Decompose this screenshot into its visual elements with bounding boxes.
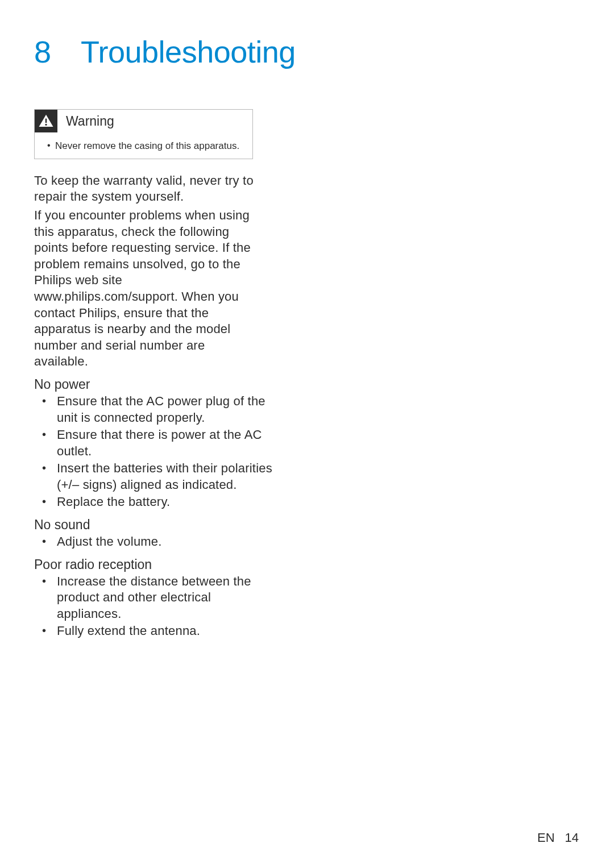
warning-list: Never remove the casing of this apparatu… xyxy=(35,136,252,159)
footer-page-number: 14 xyxy=(565,830,579,845)
list-item: Adjust the volume. xyxy=(34,534,273,550)
warning-item: Never remove the casing of this apparatu… xyxy=(47,139,246,153)
warning-icon xyxy=(35,110,57,132)
intro-paragraph-2: If you encounter problems when using thi… xyxy=(34,207,262,370)
list-item: Ensure that the AC power plug of the uni… xyxy=(34,393,273,426)
list-item: Replace the battery. xyxy=(34,494,273,510)
footer-lang: EN xyxy=(537,830,555,845)
bullet-list-no-sound: Adjust the volume. xyxy=(34,534,273,550)
list-item: Fully extend the antenna. xyxy=(34,623,273,639)
intro-paragraph-1: To keep the warranty valid, never try to… xyxy=(34,173,262,205)
list-item: Ensure that there is power at the AC out… xyxy=(34,427,273,459)
warning-box: Warning Never remove the casing of this … xyxy=(34,109,253,159)
bullet-list-no-power: Ensure that the AC power plug of the uni… xyxy=(34,393,273,510)
section-title-no-power: No power xyxy=(34,377,580,392)
page-heading: 8 Troubleshooting xyxy=(34,34,580,69)
bullet-list-poor-reception: Increase the distance between the produc… xyxy=(34,574,273,639)
section-title-no-sound: No sound xyxy=(34,517,580,533)
warning-title: Warning xyxy=(66,114,114,129)
svg-rect-0 xyxy=(45,119,47,123)
list-item: Insert the batteries with their polariti… xyxy=(34,460,273,493)
warning-header: Warning xyxy=(35,110,252,136)
section-title-poor-reception: Poor radio reception xyxy=(34,557,580,572)
svg-point-1 xyxy=(45,124,47,126)
page-footer: EN14 xyxy=(537,830,579,845)
list-item: Increase the distance between the produc… xyxy=(34,574,273,622)
